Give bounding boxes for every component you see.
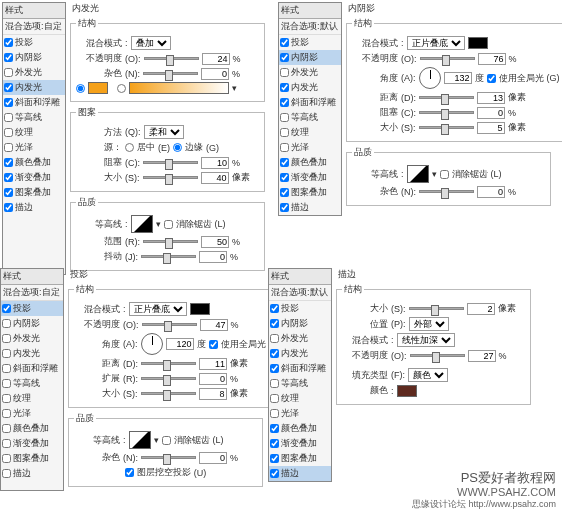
quality-group: 品质 等高线:▾消除锯齿(L) 范围(R):% 抖动(J):% <box>70 196 265 271</box>
style-bevel[interactable]: 斜面和浮雕 <box>3 95 65 110</box>
style-stroke[interactable]: 描边 <box>3 200 65 215</box>
method-select[interactable]: 柔和 <box>144 125 184 139</box>
style-color-overlay[interactable]: 颜色叠加 <box>3 155 65 170</box>
style-header: 样式 <box>3 3 65 19</box>
source-center[interactable] <box>125 143 134 152</box>
opacity-input[interactable] <box>202 53 230 65</box>
watermark: PS爱好者教程网 WWW.PSAHZ.COM 思缘设计论坛 http://www… <box>412 470 556 510</box>
style-inner-shadow[interactable]: 内阴影 <box>3 50 65 65</box>
blend-options[interactable]: 混合选项:自定 <box>3 19 65 35</box>
choke-input[interactable] <box>201 157 229 169</box>
style-pattern-overlay[interactable]: 图案叠加 <box>3 185 65 200</box>
elements-group: 图案 方法(Q):柔和 源：居中(E) 边缘(G) 阻塞(C):% 大小(S):… <box>70 106 265 192</box>
color-swatch[interactable] <box>88 82 108 94</box>
style-inner-glow[interactable]: 内发光 <box>3 80 65 95</box>
style-list: 样式 混合选项:默认 投影 内阴影 外发光 内发光 斜面和浮雕 等高线 纹理 光… <box>268 268 332 482</box>
antialias-check[interactable] <box>164 220 173 229</box>
style-drop-shadow[interactable]: 投影 <box>3 35 65 50</box>
style-grad-overlay[interactable]: 渐变叠加 <box>3 170 65 185</box>
color-radio[interactable] <box>76 84 85 93</box>
contour-picker[interactable] <box>131 215 153 233</box>
style-list: 样式 混合选项:自定 投影 内阴影 外发光 内发光 斜面和浮雕 等高线 纹理 光… <box>2 2 66 275</box>
panel-title: 内发光 <box>72 2 265 15</box>
struct-group: 结构 混合模式:叠加 不透明度(O):% 杂色(N):% ▾ <box>70 17 265 102</box>
noise-input[interactable] <box>201 68 229 80</box>
panel-title: 描边 <box>338 268 531 281</box>
blend-mode-select[interactable]: 叠加 <box>131 36 171 50</box>
style-list: 样式 混合选项:默认 投影 内阴影 外发光 内发光 斜面和浮雕 等高线 纹理 光… <box>278 2 342 216</box>
style-texture[interactable]: 纹理 <box>3 125 65 140</box>
gradient-swatch[interactable] <box>129 82 229 94</box>
style-list: 样式 混合选项:自定 投影 内阴影 外发光 内发光 斜面和浮雕 等高线 纹理 光… <box>0 268 64 491</box>
knockout-check[interactable] <box>125 468 134 477</box>
noise-slider[interactable] <box>143 72 198 75</box>
gradient-radio[interactable] <box>117 84 126 93</box>
color-swatch[interactable] <box>468 37 488 49</box>
panel-title: 内阴影 <box>348 2 551 15</box>
size-input[interactable] <box>201 172 229 184</box>
style-contour[interactable]: 等高线 <box>3 110 65 125</box>
panel-title: 投影 <box>70 268 263 281</box>
source-edge[interactable] <box>173 143 182 152</box>
style-satin[interactable]: 光泽 <box>3 140 65 155</box>
style-outer-glow[interactable]: 外发光 <box>3 65 65 80</box>
opacity-slider[interactable] <box>144 57 199 60</box>
stroke-color-swatch[interactable] <box>397 385 417 397</box>
angle-dial[interactable] <box>419 67 441 89</box>
range-input[interactable] <box>201 236 229 248</box>
jitter-input[interactable] <box>199 251 227 263</box>
